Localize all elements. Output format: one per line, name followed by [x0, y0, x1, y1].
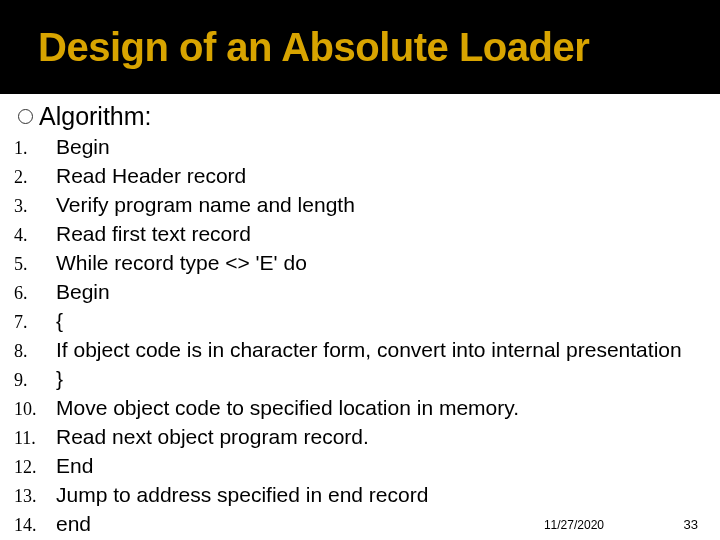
step-text: Read first text record — [56, 220, 720, 249]
list-item: 6.Begin — [14, 278, 720, 307]
step-number: 3. — [14, 191, 56, 220]
list-item: 4.Read first text record — [14, 220, 720, 249]
list-item: 13.Jump to address specified in end reco… — [14, 481, 720, 510]
step-number: 9. — [14, 365, 56, 394]
step-text: If object code is in character form, con… — [56, 336, 720, 365]
title-bar: Design of an Absolute Loader — [0, 0, 720, 94]
list-item: 5.While record type <> 'E' do — [14, 249, 720, 278]
step-number: 11. — [14, 423, 56, 452]
step-number: 12. — [14, 452, 56, 481]
step-number: 8. — [14, 336, 56, 365]
list-item: 12.End — [14, 452, 720, 481]
step-text: End — [56, 452, 720, 481]
step-number: 14. — [14, 510, 56, 539]
list-item: 10.Move object code to specified locatio… — [14, 394, 720, 423]
bullet-circle-icon — [18, 109, 33, 124]
step-text: Move object code to specified location i… — [56, 394, 720, 423]
step-number: 7. — [14, 307, 56, 336]
step-text: Verify program name and length — [56, 191, 720, 220]
step-number: 13. — [14, 481, 56, 510]
section-label: Algorithm: — [39, 102, 152, 131]
step-number: 4. — [14, 220, 56, 249]
step-text: { — [56, 307, 720, 336]
list-item: 8.If object code is in character form, c… — [14, 336, 720, 365]
list-item: 1.Begin — [14, 133, 720, 162]
list-item: 7.{ — [14, 307, 720, 336]
list-item: 2.Read Header record — [14, 162, 720, 191]
list-item: 11.Read next object program record. — [14, 423, 720, 452]
step-text: Read Header record — [56, 162, 720, 191]
step-text: Begin — [56, 278, 720, 307]
content-area: Algorithm: 1.Begin2.Read Header record3.… — [0, 94, 720, 539]
step-number: 10. — [14, 394, 56, 423]
step-text: While record type <> 'E' do — [56, 249, 720, 278]
step-text: Begin — [56, 133, 720, 162]
list-item: 3.Verify program name and length — [14, 191, 720, 220]
step-text: } — [56, 365, 720, 394]
slide-number: 33 — [684, 517, 698, 532]
footer-date: 11/27/2020 — [544, 518, 604, 532]
slide-title: Design of an Absolute Loader — [38, 25, 589, 70]
section-heading: Algorithm: — [18, 102, 720, 131]
step-text: Read next object program record. — [56, 423, 720, 452]
step-number: 5. — [14, 249, 56, 278]
step-text: Jump to address specified in end record — [56, 481, 720, 510]
step-number: 6. — [14, 278, 56, 307]
list-item: 9.} — [14, 365, 720, 394]
algorithm-steps-list: 1.Begin2.Read Header record3.Verify prog… — [14, 133, 720, 539]
step-number: 1. — [14, 133, 56, 162]
list-item: 14.end — [14, 510, 720, 539]
step-number: 2. — [14, 162, 56, 191]
step-text: end — [56, 510, 720, 539]
